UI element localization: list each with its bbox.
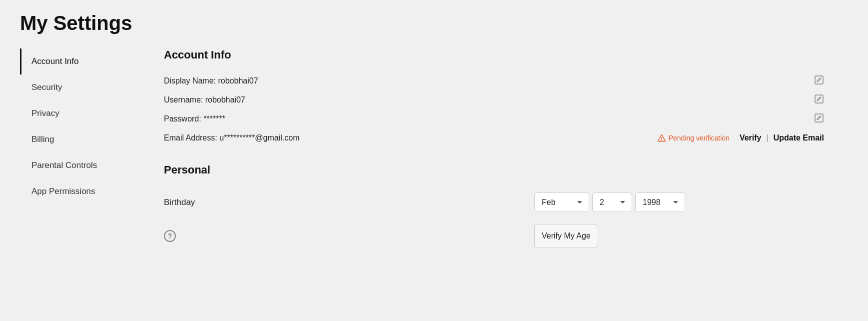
svg-rect-0 [815, 76, 823, 84]
svg-rect-1 [815, 95, 823, 103]
personal-section: Personal Birthday Jan Feb Mar Apr May Ju… [164, 164, 824, 254]
username-label: Username: robobhai07 [164, 96, 824, 104]
month-select[interactable]: Jan Feb Mar Apr May Jun Jul Aug Sep Oct … [534, 192, 589, 212]
birthday-dropdowns: Jan Feb Mar Apr May Jun Jul Aug Sep Oct … [534, 192, 824, 212]
sidebar-item-parental-controls[interactable]: Parental Controls [20, 152, 140, 178]
page-title: My Settings [20, 12, 848, 34]
verify-age-wrapper: Verify My Age [534, 224, 824, 248]
sidebar-item-account-info[interactable]: Account Info [20, 48, 140, 74]
display-name-label: Display Name: robobhai07 [164, 76, 824, 86]
warning-icon [657, 134, 666, 142]
account-info-section: Account Info Display Name: robobhai07 Us… [164, 48, 824, 148]
username-row: Username: robobhai07 [164, 90, 824, 110]
sidebar: Account Info Security Privacy Billing Pa… [20, 48, 140, 254]
personal-title: Personal [164, 164, 824, 176]
password-label: Password: ******* [164, 114, 824, 124]
year-select[interactable]: 2024202320222021202020192018201720162015… [635, 192, 685, 212]
sidebar-item-billing[interactable]: Billing [20, 126, 140, 152]
birthday-label: Birthday [164, 198, 534, 208]
edit-display-name-icon[interactable] [814, 75, 824, 88]
svg-point-4 [661, 140, 662, 141]
main-content: Account Info Display Name: robobhai07 Us… [140, 48, 848, 254]
sidebar-item-app-permissions[interactable]: App Permissions [20, 178, 140, 204]
edit-password-icon[interactable] [814, 113, 824, 126]
verify-age-row: ? Verify My Age [164, 218, 824, 254]
svg-rect-2 [815, 114, 823, 122]
display-name-row: Display Name: robobhai07 [164, 72, 824, 90]
pending-verification-badge: Pending verification [657, 134, 730, 142]
birthday-row: Birthday Jan Feb Mar Apr May Jun Jul Aug [164, 186, 824, 218]
birthday-selects: Jan Feb Mar Apr May Jun Jul Aug Sep Oct … [534, 192, 824, 212]
verify-age-button[interactable]: Verify My Age [534, 224, 598, 248]
email-row: Email Address: u**********@gmail.com Pen… [164, 128, 824, 148]
sidebar-item-privacy[interactable]: Privacy [20, 100, 140, 126]
sidebar-item-security[interactable]: Security [20, 74, 140, 100]
update-email-link[interactable]: Update Email [774, 134, 824, 142]
day-select[interactable]: 1 2 3 4 5 6 7 8 9 10 11 12 13 [592, 192, 632, 212]
separator: | [766, 134, 768, 142]
help-icon[interactable]: ? [164, 230, 176, 242]
email-label: Email Address: u**********@gmail.com [164, 134, 651, 142]
verify-link[interactable]: Verify [740, 134, 762, 142]
edit-username-icon[interactable] [814, 94, 824, 106]
pending-text: Pending verification [669, 134, 730, 142]
password-row: Password: ******* [164, 110, 824, 128]
email-actions: Verify | Update Email [730, 134, 824, 142]
account-info-title: Account Info [164, 48, 824, 62]
